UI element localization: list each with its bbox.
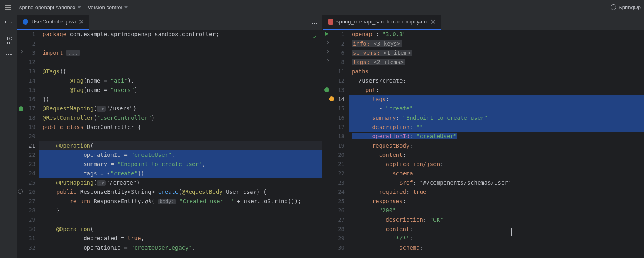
line-number: 23 [17,160,35,169]
line-number: 30 [17,225,35,234]
tool-sidebar [0,15,17,258]
line-number: 25 [323,197,345,206]
tab-label: spring_openapi_sandbox-openapi.yaml [336,19,428,25]
line-number: 19 [323,141,345,150]
line-number: 32 [17,243,35,252]
project-name: spring-openapi-sandbox [19,4,75,10]
line-number: 23 [323,178,345,187]
tab-label: UserController.java [31,19,76,25]
line-number: 15 [323,104,345,113]
line-number: 18 [17,113,35,123]
line-number: 31 [17,234,35,243]
close-icon[interactable] [79,20,83,24]
gutter-right[interactable]: 1 2 6 8 11 12 13 14 15 16 17 18 19 20 21… [323,30,349,258]
line-number: 2 [17,39,35,48]
line-number: 19 [17,123,35,132]
spring-icon [611,4,616,10]
line-number: 20 [323,150,345,160]
tabbar-right: spring_openapi_sandbox-openapi.yaml [323,15,644,30]
line-number: 20 [17,132,35,141]
line-number: 2 [323,39,345,48]
line-number: 17 [323,123,345,132]
line-number: 13 [323,85,345,95]
line-number: 12 [17,58,35,67]
line-number: 29 [323,234,345,243]
line-number: 27 [323,215,345,225]
titlebar: spring-openapi-sandbox Version control S… [0,0,644,15]
project-selector[interactable]: spring-openapi-sandbox [19,4,81,10]
line-number: 28 [323,225,345,234]
line-number: 27 [17,197,35,206]
line-number: 28 [17,206,35,215]
java-file-icon [23,19,28,25]
line-number: 26 [323,206,345,215]
editor-pane-right: spring_openapi_sandbox-openapi.yaml 1 [323,15,644,258]
line-number: 6 [323,48,345,58]
code-editor-left[interactable]: ✓ 1 2 3 12 13 14 15 16 17 18 [17,30,322,258]
structure-tool-icon[interactable] [5,37,12,44]
line-number: 29 [17,215,35,225]
editor-pane-left: UserController.java ✓ 1 2 3 12 [17,15,323,258]
editor-split: UserController.java ✓ 1 2 3 12 [17,15,644,258]
line-number: 14 [323,95,345,104]
line-number: 14 [17,76,35,85]
close-icon[interactable] [431,20,435,24]
line-number: 26 [17,187,35,197]
tab-usercontroller[interactable]: UserController.java [17,15,89,30]
line-number: 21 [323,160,345,169]
line-number: 16 [17,95,35,104]
yaml-file-icon [328,19,333,25]
line-number: 16 [323,113,345,123]
code-lines-left[interactable]: package com.example.springopenapisandbox… [39,30,322,258]
line-number: 22 [323,169,345,178]
line-number: 30 [323,243,345,252]
gutter-left[interactable]: 1 2 3 12 13 14 15 16 17 18 19 20 21 22 2… [17,30,39,258]
line-number: 18 [323,132,345,141]
line-number: 15 [17,85,35,95]
text-cursor [511,228,512,236]
line-number: 8 [323,58,345,67]
line-number: 1 [323,30,345,39]
tab-openapi-yaml[interactable]: spring_openapi_sandbox-openapi.yaml [323,15,441,30]
line-number: 25 [17,178,35,187]
line-number: 21 [17,141,35,150]
code-lines-right[interactable]: openapi: "3.0.3" info: <3 keys> servers:… [349,30,644,258]
run-config[interactable]: SpringOp [611,4,641,10]
more-tools-icon[interactable] [6,54,12,55]
line-number: 1 [17,30,35,39]
main-area: UserController.java ✓ 1 2 3 12 [0,15,644,258]
chevron-down-icon [124,6,128,8]
line-number: 11 [323,67,345,76]
line-number: 17 [17,104,35,113]
vcs-selector[interactable]: Version control [87,4,128,10]
tabbar-left: UserController.java [17,15,322,30]
line-number: 12 [323,76,345,85]
tab-more-icon[interactable] [312,19,322,25]
vcs-label: Version control [87,4,122,10]
code-editor-right[interactable]: 1 2 6 8 11 12 13 14 15 16 17 18 19 20 21… [323,30,644,258]
project-tool-icon[interactable] [5,22,12,27]
main-menu-icon[interactable] [3,2,13,12]
run-config-label: SpringOp [619,4,641,10]
chevron-down-icon [78,6,81,8]
line-number: 24 [17,169,35,178]
line-number: 3 [17,48,35,58]
line-number: 24 [323,187,345,197]
line-number: 22 [17,150,35,160]
line-number: 13 [17,67,35,76]
